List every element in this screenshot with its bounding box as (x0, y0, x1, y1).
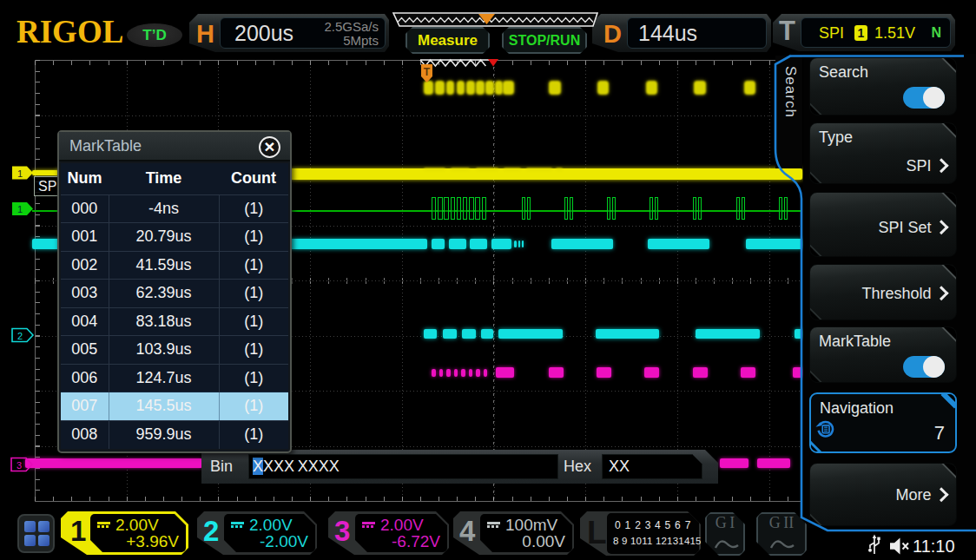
svg-text:T: T (424, 66, 431, 78)
svg-text:2: 2 (17, 331, 23, 341)
svg-text:3: 3 (16, 460, 22, 471)
svg-text:1: 1 (17, 168, 23, 179)
svg-text:1: 1 (17, 204, 23, 214)
